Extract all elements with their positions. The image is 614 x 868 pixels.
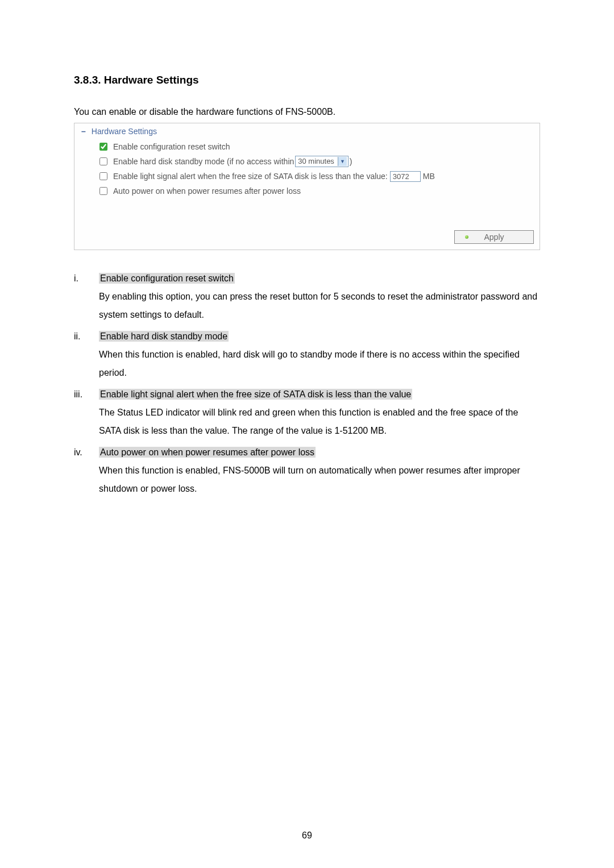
- list-marker: iii.: [74, 385, 99, 440]
- panel-title-text: Hardware Settings: [92, 127, 157, 136]
- checkbox-auto-power[interactable]: [99, 187, 107, 195]
- dot-icon: [465, 235, 468, 239]
- list-item: ii. Enable hard disk standby mode When t…: [74, 327, 540, 382]
- list-item-title: Enable configuration reset switch: [99, 273, 235, 284]
- list-item-body: The Status LED indicator will blink red …: [99, 408, 518, 435]
- list-marker: ii.: [74, 327, 99, 382]
- description-list: i. Enable configuration reset switch By …: [74, 269, 540, 498]
- page-number: 69: [0, 830, 614, 841]
- option-row-auto-power: Auto power on when power resumes after p…: [74, 184, 540, 198]
- checkbox-reset-switch[interactable]: [99, 143, 107, 151]
- list-item-body: When this function is enabled, hard disk…: [99, 350, 520, 377]
- list-marker: i.: [74, 269, 99, 324]
- checkbox-light-alert[interactable]: [99, 172, 107, 180]
- intro-text: You can enable or disable the hardware f…: [74, 107, 540, 117]
- chevron-down-icon[interactable]: ▼: [338, 157, 347, 166]
- list-item-title: Auto power on when power resumes after p…: [99, 447, 316, 458]
- checkbox-standby[interactable]: [99, 157, 107, 165]
- apply-button[interactable]: Apply: [454, 230, 534, 244]
- option-label-suffix: MB: [423, 171, 435, 182]
- list-item: iii. Enable light signal alert when the …: [74, 385, 540, 440]
- option-row-light-alert: Enable light signal alert when the free …: [74, 169, 540, 184]
- list-marker: iv.: [74, 443, 99, 498]
- option-label-prefix: Enable light signal alert when the free …: [113, 171, 388, 182]
- option-label: Enable configuration reset switch: [113, 141, 230, 152]
- standby-time-select[interactable]: 30 minutes ▼: [295, 156, 349, 167]
- list-item-title: Enable hard disk standby mode: [99, 331, 229, 342]
- option-row-reset-switch: Enable configuration reset switch: [74, 139, 540, 154]
- hardware-settings-panel: – Hardware Settings Enable configuration…: [74, 123, 540, 250]
- list-item-body: By enabling this option, you can press t…: [99, 292, 537, 319]
- option-label-suffix: ): [350, 156, 352, 167]
- option-row-standby: Enable hard disk standby mode (if no acc…: [74, 154, 540, 169]
- list-item-body: When this function is enabled, FNS-5000B…: [99, 466, 520, 493]
- collapse-icon[interactable]: –: [80, 127, 87, 136]
- disk-size-input[interactable]: [390, 171, 421, 182]
- list-item: i. Enable configuration reset switch By …: [74, 269, 540, 324]
- section-heading: 3.8.3. Hardware Settings: [74, 74, 540, 86]
- panel-title: – Hardware Settings: [74, 127, 540, 139]
- standby-time-value: 30 minutes: [298, 156, 334, 167]
- option-label-prefix: Enable hard disk standby mode (if no acc…: [113, 156, 294, 167]
- list-item-title: Enable light signal alert when the free …: [99, 389, 412, 400]
- apply-button-label: Apply: [484, 232, 504, 242]
- option-label: Auto power on when power resumes after p…: [113, 185, 301, 197]
- list-item: iv. Auto power on when power resumes aft…: [74, 443, 540, 498]
